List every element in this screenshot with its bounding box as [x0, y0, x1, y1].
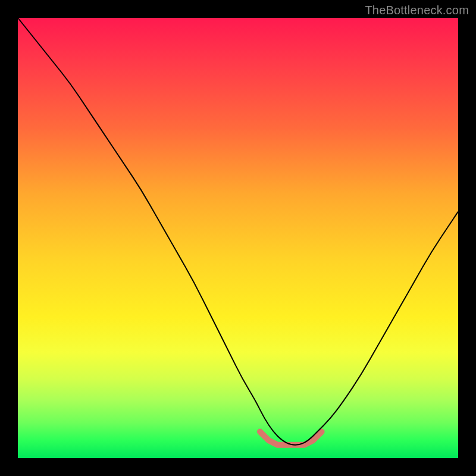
- bottleneck-curve-line: [18, 18, 458, 445]
- chart-frame: TheBottleneck.com: [0, 0, 476, 476]
- valley-highlight-line: [260, 432, 322, 445]
- watermark-text: TheBottleneck.com: [365, 4, 469, 17]
- series-group: [18, 18, 458, 445]
- chart-svg: [18, 18, 458, 458]
